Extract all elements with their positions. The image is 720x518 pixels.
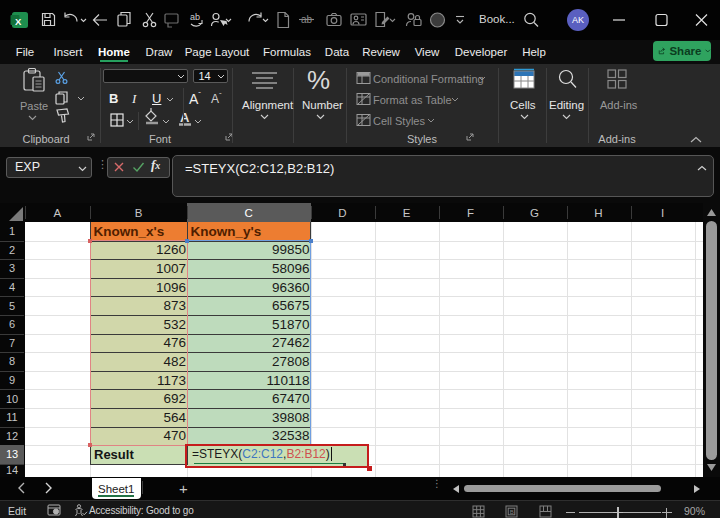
svg-text:X: X	[15, 16, 22, 27]
svg-text:ab: ab	[190, 12, 200, 22]
svg-text:A: A	[180, 110, 190, 125]
svg-text:B: B	[510, 509, 514, 515]
